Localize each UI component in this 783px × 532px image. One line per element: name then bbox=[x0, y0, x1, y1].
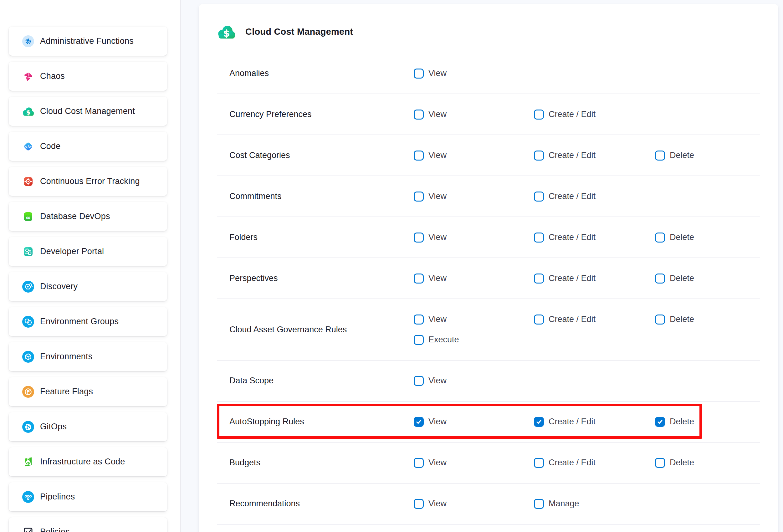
permission-view[interactable]: View bbox=[414, 191, 534, 201]
permission-delete[interactable]: Delete bbox=[655, 232, 760, 243]
permission-label: View bbox=[429, 109, 446, 119]
permission-view[interactable]: View bbox=[414, 109, 534, 120]
pipelines-nodes-icon bbox=[22, 491, 34, 503]
checkbox-delete[interactable] bbox=[655, 314, 665, 324]
permission-view[interactable]: View bbox=[414, 376, 534, 386]
checkbox-create-edit[interactable] bbox=[534, 232, 544, 243]
checkbox-view[interactable] bbox=[414, 151, 424, 160]
permission-delete[interactable]: Delete bbox=[655, 151, 760, 160]
permission-create-edit[interactable]: Create / Edit bbox=[534, 191, 655, 201]
sidebar-item-database-devops[interactable]: ∞Database DevOps bbox=[9, 202, 167, 231]
permission-row-commitments: CommitmentsViewCreate / Edit bbox=[217, 176, 760, 217]
checkbox-delete[interactable] bbox=[655, 417, 665, 427]
environments-cube-icon bbox=[22, 351, 34, 363]
sidebar-item-continuous-error-tracking[interactable]: Continuous Error Tracking bbox=[9, 167, 167, 196]
checkbox-create-edit[interactable] bbox=[534, 109, 544, 120]
permission-delete[interactable]: Delete bbox=[655, 458, 760, 468]
sidebar-item-label: Chaos bbox=[40, 71, 65, 81]
sidebar-item-chaos[interactable]: Chaos bbox=[9, 62, 167, 91]
permission-create-edit[interactable]: Create / Edit bbox=[534, 314, 655, 324]
sidebar-item-discovery[interactable]: Discovery bbox=[9, 272, 167, 301]
checkbox-view[interactable] bbox=[414, 314, 424, 324]
checkbox-view[interactable] bbox=[414, 499, 424, 509]
permission-label: View bbox=[429, 68, 446, 78]
permission-delete[interactable]: Delete bbox=[655, 417, 760, 427]
resource-label: Anomalies bbox=[217, 68, 414, 78]
checkbox-create-edit[interactable] bbox=[534, 314, 544, 324]
permission-view[interactable]: View bbox=[414, 274, 534, 284]
checkbox-view[interactable] bbox=[414, 458, 424, 468]
permission-row-recommendations: RecommendationsViewManage bbox=[217, 483, 760, 525]
permission-options: ViewCreate / EditDeleteExecute bbox=[414, 314, 760, 345]
permission-create-edit[interactable]: Create / Edit bbox=[534, 458, 655, 468]
checkbox-delete[interactable] bbox=[655, 458, 665, 468]
cloud-dollar-icon: $ bbox=[22, 105, 34, 117]
checkbox-create-edit[interactable] bbox=[534, 274, 544, 284]
checkbox-manage[interactable] bbox=[534, 499, 544, 509]
sidebar-item-cloud-cost-management[interactable]: $Cloud Cost Management bbox=[9, 97, 167, 126]
permission-label: View bbox=[429, 151, 446, 160]
sidebar-item-code[interactable]: </>Code bbox=[9, 132, 167, 161]
permission-label: Delete bbox=[670, 417, 694, 427]
permission-create-edit[interactable]: Create / Edit bbox=[534, 151, 655, 160]
checkbox-execute[interactable] bbox=[414, 335, 424, 345]
checkbox-view[interactable] bbox=[414, 191, 424, 201]
checkbox-view[interactable] bbox=[414, 109, 424, 120]
checkbox-create-edit[interactable] bbox=[534, 417, 544, 427]
sidebar-item-infrastructure-as-code[interactable]: Infrastructure as Code bbox=[9, 447, 167, 476]
sidebar-item-feature-flags[interactable]: Feature Flags bbox=[9, 377, 167, 406]
checkbox-create-edit[interactable] bbox=[534, 458, 544, 468]
sidebar-item-gitops[interactable]: GitOps bbox=[9, 412, 167, 441]
permission-view[interactable]: View bbox=[414, 417, 534, 427]
checkbox-view[interactable] bbox=[414, 232, 424, 243]
resource-label: Cost Categories bbox=[217, 151, 414, 160]
discovery-hexagon-magnifier-icon bbox=[22, 281, 34, 292]
permission-execute[interactable]: Execute bbox=[414, 335, 534, 345]
sidebar-item-label: GitOps bbox=[40, 422, 67, 432]
checkbox-view[interactable] bbox=[414, 376, 424, 386]
permission-create-edit[interactable]: Create / Edit bbox=[534, 274, 655, 284]
permission-options: ViewCreate / EditDelete bbox=[414, 458, 760, 468]
permission-row-data-scope: Data ScopeView bbox=[217, 361, 760, 402]
permission-row-perspectives: PerspectivesViewCreate / EditDelete bbox=[217, 258, 760, 299]
permission-view[interactable]: View bbox=[414, 499, 534, 509]
permission-view[interactable]: View bbox=[414, 232, 534, 243]
sidebar-item-developer-portal[interactable]: Developer Portal bbox=[9, 237, 167, 266]
sidebar-item-policies[interactable]: Policies bbox=[9, 517, 167, 532]
permission-label: Create / Edit bbox=[549, 232, 596, 242]
checkbox-delete[interactable] bbox=[655, 274, 665, 284]
permission-row-cost-categories: Cost CategoriesViewCreate / EditDelete bbox=[217, 135, 760, 176]
permission-options: ViewCreate / Edit bbox=[414, 191, 760, 201]
permission-create-edit[interactable]: Create / Edit bbox=[534, 109, 655, 120]
permission-delete[interactable]: Delete bbox=[655, 274, 760, 284]
permission-delete[interactable]: Delete bbox=[655, 314, 760, 324]
permission-view[interactable]: View bbox=[414, 458, 534, 468]
sidebar-item-pipelines[interactable]: Pipelines bbox=[9, 482, 167, 511]
permission-create-edit[interactable]: Create / Edit bbox=[534, 232, 655, 243]
checkbox-view[interactable] bbox=[414, 417, 424, 427]
checkbox-delete[interactable] bbox=[655, 232, 665, 243]
policies-checkbox-icon bbox=[22, 526, 34, 532]
sidebar-item-label: Environments bbox=[40, 352, 92, 362]
sidebar-item-label: Feature Flags bbox=[40, 387, 93, 397]
permission-create-edit[interactable]: Create / Edit bbox=[534, 417, 655, 427]
permission-row-folders: FoldersViewCreate / EditDelete bbox=[217, 217, 760, 258]
permission-view[interactable]: View bbox=[414, 314, 534, 324]
permission-view[interactable]: View bbox=[414, 68, 534, 79]
sidebar-item-environments[interactable]: Environments bbox=[9, 342, 167, 371]
permission-label: Create / Edit bbox=[549, 109, 596, 119]
sidebar-item-environment-groups[interactable]: Environment Groups bbox=[9, 307, 167, 336]
svg-text:$: $ bbox=[223, 28, 230, 39]
checkbox-delete[interactable] bbox=[655, 151, 665, 160]
permission-view[interactable]: View bbox=[414, 151, 534, 160]
permission-label: View bbox=[429, 417, 446, 427]
sidebar-item-label: Cloud Cost Management bbox=[40, 106, 135, 116]
permission-manage[interactable]: Manage bbox=[534, 499, 655, 509]
resource-label: Perspectives bbox=[217, 274, 414, 283]
sidebar-item-label: Developer Portal bbox=[40, 247, 104, 256]
checkbox-view[interactable] bbox=[414, 274, 424, 284]
sidebar-item-administrative-functions[interactable]: Administrative Functions bbox=[9, 27, 167, 56]
checkbox-view[interactable] bbox=[414, 68, 424, 79]
checkbox-create-edit[interactable] bbox=[534, 151, 544, 160]
checkbox-create-edit[interactable] bbox=[534, 191, 544, 201]
